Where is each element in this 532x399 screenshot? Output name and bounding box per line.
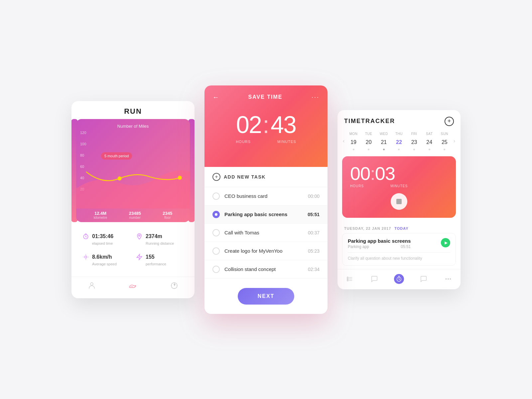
save-body: + ADD NEW TASK CEO business card 00:00 P… [204,167,328,314]
run-stats: 01:35:46 elapsed time 2374m Running dist… [71,222,195,277]
tracker-stop-button[interactable] [391,193,407,210]
cal-day-wed-num: 21 [378,137,389,148]
run-chart: Number of Miles 120 100 80 60 40 20 [76,119,190,222]
cal-prev-arrow[interactable]: ‹ [341,138,346,144]
task-item-3[interactable]: Call with Tomas 00:37 [204,224,328,242]
cal-day-sun[interactable]: SUN 25 [439,132,450,150]
tracker-task-card: Parking app basic screens Parking app 05… [342,233,456,266]
chart-stat-2: 23485 number [129,211,141,219]
task-name-2: Parking app basic screens [224,211,303,217]
stop-icon [396,199,402,204]
task-radio-4[interactable] [212,247,220,255]
task-item-1[interactable]: CEO business card 00:00 [204,187,328,205]
task-item-5[interactable]: Collision stand concept 02:34 [204,260,328,279]
task-name-5: Collision stand concept [224,266,303,272]
save-colon: : [263,111,269,138]
task-radio-3[interactable] [212,229,220,236]
tracker-timer-card: 00 : 03 HOURS MINUTES [342,156,456,218]
task-time-1: 00:00 [308,194,320,199]
tracker-add-button[interactable]: + [445,117,454,126]
svg-point-1 [178,176,182,180]
save-time-labels: HOURS MINUTES [212,140,320,144]
cal-day-fri[interactable]: FRI 23 [409,132,420,150]
tracker-nav-chat[interactable] [369,274,379,284]
save-app-title: SAVE TIME [248,94,282,100]
task-name-1: CEO business card [224,193,303,199]
tracker-nav-timer[interactable] [394,274,404,284]
run-stat-elapsed-val: 01:35:46 [92,233,113,239]
save-next-button[interactable]: NEXT [238,288,295,305]
save-next-btn-container: NEXT [204,279,328,314]
run-app: RUN Number of Miles 120 100 80 60 40 20 [71,101,195,298]
cal-day-fri-num: 23 [409,137,420,148]
run-stat-distance: 2374m Running distance [133,229,187,249]
svg-point-12 [347,278,348,280]
run-stat-elapsed-row: 01:35:46 [82,233,130,240]
cal-day-sun-name: SUN [439,132,450,136]
task-radio-2[interactable] [212,211,220,218]
cal-day-fri-name: FRI [409,132,420,136]
save-minutes-label: MINUTES [277,140,296,144]
save-hours: 02 [236,113,261,137]
cal-next-arrow[interactable]: › [452,138,457,144]
run-nav-shoe[interactable] [129,282,137,292]
task-radio-5[interactable] [212,266,220,273]
cal-day-mon-dot [353,149,354,150]
cal-day-tue-num: 20 [363,137,374,148]
task-item-2[interactable]: Parking app basic screens 05:51 [204,205,328,224]
save-back-button[interactable]: ← [212,93,219,101]
cal-day-thu[interactable]: THU 22 [394,132,404,150]
tracker-task-name: Parking app basic screens [348,238,411,244]
svg-point-0 [118,177,122,181]
speed-icon [82,253,89,261]
run-nav [71,277,195,298]
cal-day-wed[interactable]: WED 21 [378,132,389,150]
cal-day-mon-name: MON [348,132,359,136]
cal-day-sat-num: 24 [424,137,435,148]
run-chart-title: Number of Miles [76,119,190,129]
cal-day-tue-dot [368,149,369,150]
svg-point-10 [347,277,348,278]
tracker-cal-days: MON 19 TUE 20 WED 21 THU 22 [346,132,452,150]
run-stat-speed-val: 8.6km/h [92,254,112,260]
tracker-nav-more[interactable] [443,274,453,284]
run-stat-elapsed: 01:35:46 elapsed time [79,229,133,249]
tracker-nav-tasks[interactable] [345,274,355,284]
task-radio-1[interactable] [212,193,220,200]
tracker-nav-messages[interactable] [419,274,429,284]
tracker-colon: : [370,164,375,183]
task-time-5: 02:34 [308,267,320,272]
cal-day-sat[interactable]: SAT 24 [424,132,435,150]
tracker-header: TIMETRACKER + [337,110,461,129]
run-stat-performance-val: 155 [146,254,155,260]
run-stat-performance-row: 155 [136,253,184,261]
cal-day-tue[interactable]: TUE 20 [363,132,374,150]
save-more-button[interactable]: ··· [312,94,320,101]
task-name-4: Create logo for MyVenYoo [224,248,303,254]
chart-stat-3-val: 2345 [163,211,172,216]
run-nav-compass[interactable] [170,282,178,292]
cal-day-thu-dot [398,149,400,150]
cal-day-mon-num: 19 [348,137,359,148]
run-title: RUN [71,101,195,119]
run-nav-person[interactable] [88,282,96,292]
chart-stat-1-val: 12.4M [94,211,107,216]
lightning-icon [136,253,143,261]
cal-day-mon[interactable]: MON 19 [348,132,359,150]
save-header: ← SAVE TIME ··· 02 : 43 HOURS MINUTES [204,85,328,167]
run-stat-speed-label: Average speed [82,262,130,266]
tracker-play-button[interactable]: ▶ [441,238,450,247]
tracker-calendar: ‹ MON 19 TUE 20 WED 21 THU [337,129,461,153]
timer-icon [82,233,89,240]
svg-point-20 [450,278,451,279]
save-add-task-button[interactable]: + ADD NEW TASK [204,167,328,187]
tracker-task-header: Parking app basic screens Parking app 05… [348,238,450,249]
cal-day-wed-name: WED [378,132,389,136]
chart-stat-2-val: 23485 [129,211,141,216]
run-chart-bottom: 12.4M kilometre 23485 number 2345 floor [76,211,190,219]
task-item-4[interactable]: Create logo for MyVenYoo 05:23 [204,242,328,260]
svg-point-19 [448,278,449,279]
save-hours-label: HOURS [236,140,251,144]
run-stat-distance-label: Running distance [136,241,184,245]
chart-stat-3: 2345 floor [163,211,172,219]
